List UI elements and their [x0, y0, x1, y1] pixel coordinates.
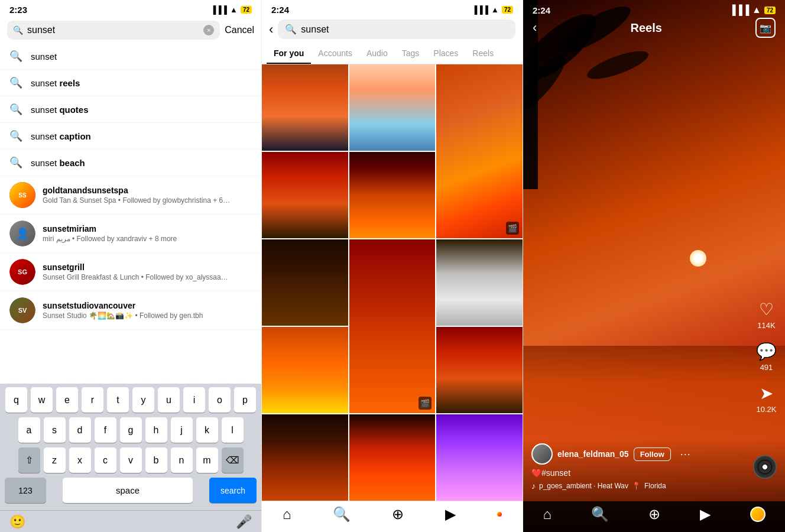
key-o[interactable]: o	[209, 387, 231, 413]
key-g[interactable]: g	[120, 417, 142, 443]
key-b[interactable]: b	[145, 447, 167, 473]
search-icon-p2: 🔍	[285, 24, 297, 35]
side-actions: ♡ 114K 💬 491 ➤ 10.2K	[756, 300, 777, 414]
nav-home-p2[interactable]: ⌂	[283, 506, 291, 523]
key-n[interactable]: n	[171, 447, 193, 473]
suggestion-item-3[interactable]: 🔍 sunset quotes	[0, 96, 261, 123]
key-h[interactable]: h	[145, 417, 167, 443]
search-input-wrap[interactable]: 🔍 sunset ×	[7, 21, 220, 40]
account-item-4[interactable]: SV sunsetstudiovancouver Sunset Studio 🌴…	[0, 291, 261, 330]
key-l[interactable]: l	[222, 417, 244, 443]
mic-icon[interactable]: 🎤	[236, 514, 252, 530]
search-query-p1[interactable]: sunset	[27, 25, 199, 35]
search-grid: 🎬 🎬	[262, 64, 523, 501]
grid-cell-13[interactable]	[436, 414, 523, 501]
key-a[interactable]: a	[18, 417, 40, 443]
nav-search-p2[interactable]: 🔍	[333, 506, 351, 523]
key-w[interactable]: w	[31, 387, 53, 413]
avatar-inner-miriam: 👤	[9, 220, 35, 246]
tab-accounts[interactable]: Accounts	[311, 44, 359, 64]
nav-reels-p3[interactable]: ▶	[700, 506, 711, 523]
grid-cell-2[interactable]	[349, 64, 436, 151]
battery-badge-p3: 72	[764, 7, 776, 14]
key-d[interactable]: d	[69, 417, 91, 443]
key-v[interactable]: v	[120, 447, 142, 473]
avatar-inner-grill: SG	[9, 259, 35, 285]
like-count: 114K	[757, 321, 775, 330]
key-u[interactable]: u	[158, 387, 180, 413]
suggestion-item-5[interactable]: 🔍 sunset beach	[0, 150, 261, 176]
account-item-3[interactable]: SG sunsetgrill Sunset Grill Breakfast & …	[0, 253, 261, 291]
wifi-icon-p2: ▲	[491, 5, 499, 14]
panel-search-results: 2:24 ▐▐▐ ▲ 72 ‹ 🔍 sunset For you Account…	[262, 0, 523, 532]
grid-cell-3[interactable]: 🎬	[436, 64, 523, 238]
grid-cell-10[interactable]	[436, 327, 523, 413]
tab-reels[interactable]: Reels	[465, 44, 501, 64]
reels-back-button[interactable]: ‹	[533, 20, 537, 35]
tab-audio[interactable]: Audio	[359, 44, 395, 64]
grid-cell-12[interactable]	[349, 414, 436, 501]
account-item-2[interactable]: 👤 sunsetmiriam miri مريم • Followed by x…	[0, 215, 261, 253]
grid-cell-6[interactable]	[262, 239, 348, 326]
key-delete[interactable]: ⌫	[222, 447, 244, 473]
search-icon-p1: 🔍	[13, 25, 23, 35]
tab-places[interactable]: Places	[426, 44, 465, 64]
search-wrap-p2[interactable]: 🔍 sunset	[278, 20, 515, 39]
nav-add-p2[interactable]: ⊕	[392, 506, 404, 523]
grid-cell-8[interactable]	[436, 239, 523, 326]
avatar-inner-studio: SV	[9, 297, 35, 323]
like-action[interactable]: ♡ 114K	[757, 300, 775, 330]
more-options-button[interactable]: ···	[680, 448, 691, 460]
music-info: p_goes_ambient · Heat Wav	[539, 482, 628, 490]
grid-cell-4[interactable]	[262, 152, 348, 238]
nav-reels-p2[interactable]: ▶	[445, 506, 456, 523]
follow-button[interactable]: Follow	[634, 447, 671, 461]
nav-home-p3[interactable]: ⌂	[543, 506, 552, 523]
key-t[interactable]: t	[107, 387, 129, 413]
suggestion-text-1: sunset	[31, 51, 57, 61]
key-q[interactable]: q	[5, 387, 27, 413]
account-item-1[interactable]: SS goldtanandsunsetspa Gold Tan & Sunset…	[0, 176, 261, 215]
grid-cell-9[interactable]	[262, 327, 348, 413]
key-x[interactable]: x	[69, 447, 91, 473]
nav-add-p3[interactable]: ⊕	[648, 506, 660, 523]
key-c[interactable]: c	[95, 447, 116, 473]
back-button[interactable]: ‹	[269, 22, 273, 37]
suggestion-item-2[interactable]: 🔍 sunset reels	[0, 70, 261, 96]
grid-cell-1[interactable]	[262, 64, 348, 151]
status-icons-p2: ▐▐▐ ▲ 72	[472, 5, 513, 14]
tab-tags[interactable]: Tags	[395, 44, 427, 64]
key-space[interactable]: space	[63, 478, 193, 503]
nav-profile-p2[interactable]	[497, 512, 502, 517]
key-r[interactable]: r	[82, 387, 103, 413]
nav-profile-p3[interactable]	[750, 507, 765, 522]
key-search[interactable]: search	[209, 478, 257, 503]
key-j[interactable]: j	[171, 417, 193, 443]
key-e[interactable]: e	[56, 387, 78, 413]
grid-cell-5[interactable]	[349, 152, 436, 238]
tab-for-you[interactable]: For you	[267, 44, 311, 64]
suggestion-item-4[interactable]: 🔍 sunset caption	[0, 123, 261, 150]
key-m[interactable]: m	[196, 447, 218, 473]
key-f[interactable]: f	[95, 417, 116, 443]
key-shift[interactable]: ⇧	[18, 447, 40, 473]
grid-cell-7[interactable]: 🎬	[349, 239, 436, 413]
key-z[interactable]: z	[44, 447, 66, 473]
account-info-1: goldtanandsunsetspa Gold Tan & Sunset Sp…	[43, 186, 232, 205]
comment-action[interactable]: 💬 491	[756, 342, 777, 372]
suggestion-item-1[interactable]: 🔍 sunset	[0, 43, 261, 70]
grid-cell-11[interactable]	[262, 414, 348, 501]
account-info-4: sunsetstudiovancouver Sunset Studio 🌴🌅🏡📸…	[43, 301, 203, 320]
key-123[interactable]: 123	[5, 478, 46, 503]
cancel-button[interactable]: Cancel	[225, 25, 254, 35]
emoji-icon[interactable]: 🙂	[9, 514, 25, 530]
key-y[interactable]: y	[132, 387, 154, 413]
key-k[interactable]: k	[196, 417, 218, 443]
share-action[interactable]: ➤ 10.2K	[757, 384, 777, 414]
key-i[interactable]: i	[183, 387, 205, 413]
key-p[interactable]: p	[234, 387, 256, 413]
clear-button[interactable]: ×	[203, 25, 214, 35]
camera-button[interactable]: 📷	[755, 18, 776, 38]
nav-search-p3[interactable]: 🔍	[591, 506, 609, 523]
key-s[interactable]: s	[44, 417, 66, 443]
